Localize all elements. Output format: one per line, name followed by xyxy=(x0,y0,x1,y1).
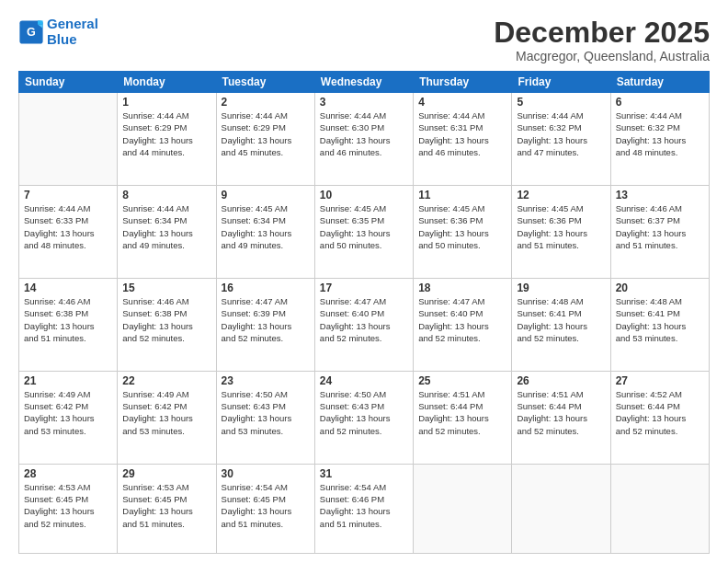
calendar-cell xyxy=(19,93,118,186)
day-info: Sunrise: 4:46 AM Sunset: 6:38 PM Dayligh… xyxy=(24,295,112,344)
calendar-cell: 11Sunrise: 4:45 AM Sunset: 6:36 PM Dayli… xyxy=(414,186,512,279)
calendar-cell: 5Sunrise: 4:44 AM Sunset: 6:32 PM Daylig… xyxy=(512,93,610,186)
title-block: December 2025 Macgregor, Queensland, Aus… xyxy=(494,17,710,63)
calendar-cell: 26Sunrise: 4:51 AM Sunset: 6:44 PM Dayli… xyxy=(512,371,610,464)
day-number: 31 xyxy=(320,467,408,480)
day-number: 8 xyxy=(122,189,210,201)
logo-icon: G xyxy=(18,19,44,45)
day-info: Sunrise: 4:47 AM Sunset: 6:40 PM Dayligh… xyxy=(418,295,506,344)
day-info: Sunrise: 4:51 AM Sunset: 6:44 PM Dayligh… xyxy=(418,388,506,437)
calendar-cell: 2Sunrise: 4:44 AM Sunset: 6:29 PM Daylig… xyxy=(216,93,314,186)
calendar-cell: 7Sunrise: 4:44 AM Sunset: 6:33 PM Daylig… xyxy=(19,186,118,279)
week-row-3: 14Sunrise: 4:46 AM Sunset: 6:38 PM Dayli… xyxy=(19,278,710,371)
day-info: Sunrise: 4:49 AM Sunset: 6:42 PM Dayligh… xyxy=(122,388,210,437)
day-number: 1 xyxy=(122,96,210,109)
week-row-1: 1Sunrise: 4:44 AM Sunset: 6:29 PM Daylig… xyxy=(19,93,710,186)
day-info: Sunrise: 4:44 AM Sunset: 6:29 PM Dayligh… xyxy=(122,109,210,158)
day-info: Sunrise: 4:48 AM Sunset: 6:41 PM Dayligh… xyxy=(517,295,605,344)
day-info: Sunrise: 4:44 AM Sunset: 6:32 PM Dayligh… xyxy=(616,109,704,158)
day-number: 30 xyxy=(222,467,310,480)
day-number: 24 xyxy=(320,374,408,387)
day-info: Sunrise: 4:54 AM Sunset: 6:45 PM Dayligh… xyxy=(222,481,310,530)
weekday-header-wednesday: Wednesday xyxy=(314,72,413,93)
day-number: 6 xyxy=(616,96,704,109)
day-number: 17 xyxy=(320,282,408,294)
day-info: Sunrise: 4:50 AM Sunset: 6:43 PM Dayligh… xyxy=(222,388,310,437)
day-number: 28 xyxy=(24,467,112,480)
calendar-cell: 16Sunrise: 4:47 AM Sunset: 6:39 PM Dayli… xyxy=(216,278,314,371)
day-info: Sunrise: 4:47 AM Sunset: 6:39 PM Dayligh… xyxy=(222,295,310,344)
calendar-cell: 1Sunrise: 4:44 AM Sunset: 6:29 PM Daylig… xyxy=(118,93,216,186)
calendar-cell xyxy=(610,464,709,553)
day-number: 14 xyxy=(24,282,112,294)
day-number: 9 xyxy=(222,189,310,201)
day-number: 20 xyxy=(616,282,704,294)
weekday-header-row: SundayMondayTuesdayWednesdayThursdayFrid… xyxy=(19,72,710,93)
day-info: Sunrise: 4:53 AM Sunset: 6:45 PM Dayligh… xyxy=(24,481,112,530)
calendar-cell: 18Sunrise: 4:47 AM Sunset: 6:40 PM Dayli… xyxy=(414,278,512,371)
day-number: 25 xyxy=(418,374,506,387)
weekday-header-sunday: Sunday xyxy=(19,72,118,93)
calendar-cell: 24Sunrise: 4:50 AM Sunset: 6:43 PM Dayli… xyxy=(314,371,413,464)
day-number: 11 xyxy=(418,189,506,201)
calendar-cell xyxy=(414,464,512,553)
weekday-header-friday: Friday xyxy=(512,72,610,93)
day-info: Sunrise: 4:44 AM Sunset: 6:32 PM Dayligh… xyxy=(517,109,605,158)
day-info: Sunrise: 4:44 AM Sunset: 6:30 PM Dayligh… xyxy=(320,109,408,158)
calendar-cell: 15Sunrise: 4:46 AM Sunset: 6:38 PM Dayli… xyxy=(118,278,216,371)
day-number: 3 xyxy=(320,96,408,109)
day-info: Sunrise: 4:45 AM Sunset: 6:36 PM Dayligh… xyxy=(517,202,605,251)
calendar-cell: 8Sunrise: 4:44 AM Sunset: 6:34 PM Daylig… xyxy=(118,186,216,279)
svg-text:G: G xyxy=(27,26,36,39)
day-number: 16 xyxy=(222,282,310,294)
calendar-cell: 20Sunrise: 4:48 AM Sunset: 6:41 PM Dayli… xyxy=(610,278,709,371)
day-info: Sunrise: 4:51 AM Sunset: 6:44 PM Dayligh… xyxy=(517,388,605,437)
calendar-cell: 17Sunrise: 4:47 AM Sunset: 6:40 PM Dayli… xyxy=(314,278,413,371)
day-number: 10 xyxy=(320,189,408,201)
calendar-cell: 10Sunrise: 4:45 AM Sunset: 6:35 PM Dayli… xyxy=(314,186,413,279)
day-info: Sunrise: 4:44 AM Sunset: 6:33 PM Dayligh… xyxy=(24,202,112,251)
day-info: Sunrise: 4:52 AM Sunset: 6:44 PM Dayligh… xyxy=(616,388,704,437)
day-number: 7 xyxy=(24,189,112,201)
calendar-cell: 22Sunrise: 4:49 AM Sunset: 6:42 PM Dayli… xyxy=(118,371,216,464)
day-number: 29 xyxy=(122,467,210,480)
week-row-4: 21Sunrise: 4:49 AM Sunset: 6:42 PM Dayli… xyxy=(19,371,710,464)
day-number: 13 xyxy=(616,189,704,201)
calendar-cell: 27Sunrise: 4:52 AM Sunset: 6:44 PM Dayli… xyxy=(610,371,709,464)
day-number: 4 xyxy=(418,96,506,109)
day-info: Sunrise: 4:46 AM Sunset: 6:38 PM Dayligh… xyxy=(122,295,210,344)
day-info: Sunrise: 4:50 AM Sunset: 6:43 PM Dayligh… xyxy=(320,388,408,437)
calendar-cell: 29Sunrise: 4:53 AM Sunset: 6:45 PM Dayli… xyxy=(118,464,216,553)
calendar-cell: 30Sunrise: 4:54 AM Sunset: 6:45 PM Dayli… xyxy=(216,464,314,553)
calendar-cell xyxy=(512,464,610,553)
day-info: Sunrise: 4:47 AM Sunset: 6:40 PM Dayligh… xyxy=(320,295,408,344)
day-number: 26 xyxy=(517,374,605,387)
weekday-header-monday: Monday xyxy=(118,72,216,93)
day-info: Sunrise: 4:45 AM Sunset: 6:35 PM Dayligh… xyxy=(320,202,408,251)
location: Macgregor, Queensland, Australia xyxy=(494,49,710,63)
weekday-header-saturday: Saturday xyxy=(610,72,709,93)
calendar-cell: 3Sunrise: 4:44 AM Sunset: 6:30 PM Daylig… xyxy=(314,93,413,186)
month-title: December 2025 xyxy=(494,17,710,49)
day-number: 27 xyxy=(616,374,704,387)
day-number: 21 xyxy=(24,374,112,387)
day-info: Sunrise: 4:44 AM Sunset: 6:34 PM Dayligh… xyxy=(122,202,210,251)
day-info: Sunrise: 4:44 AM Sunset: 6:31 PM Dayligh… xyxy=(418,109,506,158)
day-info: Sunrise: 4:54 AM Sunset: 6:46 PM Dayligh… xyxy=(320,481,408,530)
calendar-cell: 19Sunrise: 4:48 AM Sunset: 6:41 PM Dayli… xyxy=(512,278,610,371)
day-number: 15 xyxy=(122,282,210,294)
day-number: 2 xyxy=(222,96,310,109)
day-number: 12 xyxy=(517,189,605,201)
calendar-cell: 12Sunrise: 4:45 AM Sunset: 6:36 PM Dayli… xyxy=(512,186,610,279)
calendar-cell: 4Sunrise: 4:44 AM Sunset: 6:31 PM Daylig… xyxy=(414,93,512,186)
calendar-table: SundayMondayTuesdayWednesdayThursdayFrid… xyxy=(18,71,710,554)
calendar-cell: 13Sunrise: 4:46 AM Sunset: 6:37 PM Dayli… xyxy=(610,186,709,279)
day-info: Sunrise: 4:48 AM Sunset: 6:41 PM Dayligh… xyxy=(616,295,704,344)
day-number: 19 xyxy=(517,282,605,294)
logo: G General Blue xyxy=(18,17,98,47)
week-row-5: 28Sunrise: 4:53 AM Sunset: 6:45 PM Dayli… xyxy=(19,464,710,553)
day-info: Sunrise: 4:46 AM Sunset: 6:37 PM Dayligh… xyxy=(616,202,704,251)
day-info: Sunrise: 4:49 AM Sunset: 6:42 PM Dayligh… xyxy=(24,388,112,437)
day-info: Sunrise: 4:45 AM Sunset: 6:34 PM Dayligh… xyxy=(222,202,310,251)
day-number: 22 xyxy=(122,374,210,387)
